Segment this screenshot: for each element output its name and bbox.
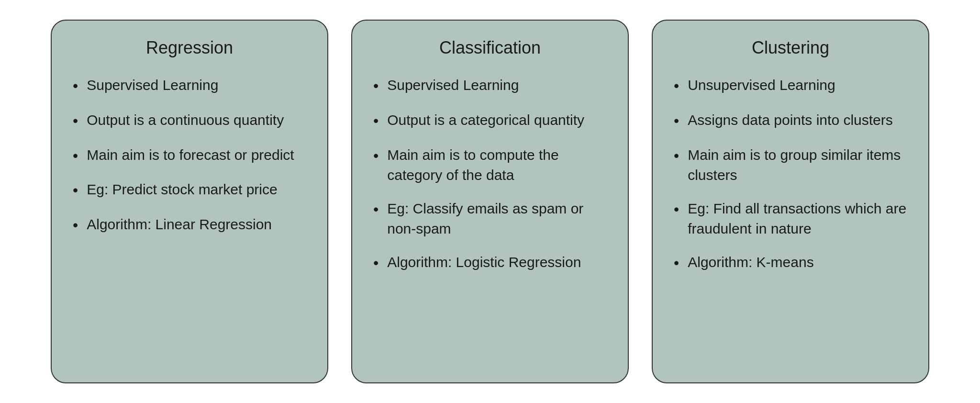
list-item: Algorithm: Logistic Regression	[373, 252, 607, 274]
list-item: Algorithm: Linear Regression	[73, 214, 306, 236]
list-item: Supervised Learning	[73, 75, 306, 97]
card-title-regression: Regression	[73, 38, 306, 58]
card-regression: RegressionSupervised LearningOutput is a…	[51, 20, 328, 383]
list-item: Main aim is to compute the category of t…	[373, 145, 607, 185]
list-item-text: Unsupervised Learning	[688, 75, 907, 95]
list-item: Unsupervised Learning	[674, 75, 907, 97]
list-item-text: Algorithm: Linear Regression	[87, 214, 306, 235]
card-list-classification: Supervised LearningOutput is a categoric…	[373, 75, 607, 273]
card-title-clustering: Clustering	[674, 38, 907, 58]
list-item-text: Main aim is to compute the category of t…	[387, 145, 607, 185]
list-item-text: Output is a categorical quantity	[387, 110, 607, 130]
list-item-text: Eg: Find all transactions which are frau…	[688, 199, 907, 239]
list-item-text: Algorithm: Logistic Regression	[387, 252, 607, 272]
list-item: Assigns data points into clusters	[674, 110, 907, 132]
list-item: Main aim is to group similar items clust…	[674, 145, 907, 185]
list-item: Eg: Find all transactions which are frau…	[674, 199, 907, 239]
list-item: Eg: Predict stock market price	[73, 179, 306, 201]
list-item-text: Supervised Learning	[387, 75, 607, 95]
card-list-regression: Supervised LearningOutput is a continuou…	[73, 75, 306, 236]
cards-container: RegressionSupervised LearningOutput is a…	[32, 0, 948, 403]
list-item-text: Assigns data points into clusters	[688, 110, 907, 130]
list-item-text: Supervised Learning	[87, 75, 306, 95]
list-item: Output is a categorical quantity	[373, 110, 607, 132]
list-item: Eg: Classify emails as spam or non-spam	[373, 199, 607, 239]
list-item: Main aim is to forecast or predict	[73, 145, 306, 167]
list-item: Output is a continuous quantity	[73, 110, 306, 132]
card-title-classification: Classification	[373, 38, 607, 58]
card-classification: ClassificationSupervised LearningOutput …	[351, 20, 629, 383]
list-item-text: Main aim is to group similar items clust…	[688, 145, 907, 185]
list-item: Algorithm: K-means	[674, 252, 907, 274]
list-item-text: Algorithm: K-means	[688, 252, 907, 272]
card-clustering: ClusteringUnsupervised LearningAssigns d…	[652, 20, 929, 383]
list-item: Supervised Learning	[373, 75, 607, 97]
list-item-text: Eg: Predict stock market price	[87, 179, 306, 200]
list-item-text: Eg: Classify emails as spam or non-spam	[387, 199, 607, 239]
list-item-text: Main aim is to forecast or predict	[87, 145, 306, 165]
list-item-text: Output is a continuous quantity	[87, 110, 306, 130]
card-list-clustering: Unsupervised LearningAssigns data points…	[674, 75, 907, 273]
